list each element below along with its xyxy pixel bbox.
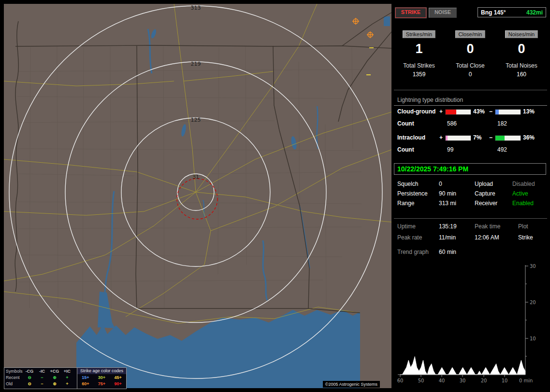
svg-text:50: 50 [418,378,424,383]
chart-axes [398,265,528,377]
col-neg-ic: -IC [36,369,48,374]
ring-label-31: 31 [192,174,199,180]
bearing-label: Bng 145° [481,9,506,16]
old-pos-ic-icon: + [61,381,73,386]
ic-plus-bar-fill [446,136,448,140]
ic-plus-pct: 7% [473,134,481,141]
col-neg-cg: -CG [23,369,36,374]
intracloud-label: Intracloud [397,134,425,141]
col-pos-cg: +CG [48,369,61,374]
map-area[interactable]: 313 219 125 31 Symbols [4,4,391,388]
age-30: 30+ [98,375,105,380]
old-neg-ic-icon: − [36,381,48,386]
svg-text:10: 10 [502,378,508,383]
peak-rate-value: 11/min [439,234,456,241]
total-strikes-label: Total Strikes [394,62,444,69]
symbols-title: Symbols [6,369,23,374]
section-divider [394,90,547,90]
noise-mode-button[interactable]: NOISE [429,8,457,18]
close-per-min-value: 0 [445,42,495,56]
recent-neg-ic-icon: − [36,375,48,380]
range-label: Range [397,200,414,207]
svg-text:60: 60 [397,378,404,383]
strikes-per-min-badge-col: Strikes/min [394,30,444,38]
ic-minus-bar-fill [495,136,505,140]
uptime-value: 135:19 [439,223,457,230]
bearing-readout: Bng 145° 432mi [478,7,546,17]
strikes-per-min-badge[interactable]: Strikes/min [403,30,435,38]
peak-time-label: Peak time [475,223,500,230]
squelch-value: 0 [439,181,442,187]
ic-plus-sign: + [439,134,443,141]
svg-text:30: 30 [460,378,466,383]
old-label: Old [6,381,23,386]
strikes-per-min-value: 1 [394,42,444,56]
plot-value: Strike [518,234,533,241]
recent-neg-cg-icon: ⊖ [23,375,36,380]
total-strikes-value: 1359 [394,71,444,78]
capture-label: Capture [475,190,495,197]
trend-area-series [400,357,525,375]
old-neg-cg-icon: ⊖ [23,381,36,386]
ic-minus-count: 492 [497,146,507,153]
map-legend: Symbols -CG -IC +CG +IC Recent ⊖ − ⊕ + O… [4,367,127,389]
close-per-min-badge[interactable]: Close/min [455,30,486,38]
cg-plus-bar-fill [446,110,456,114]
svg-text:20: 20 [481,378,487,383]
ring-label-219: 219 [191,61,201,67]
svg-text:40: 40 [439,378,445,383]
squelch-label: Squelch [397,181,418,187]
noises-per-min-value: 0 [496,42,547,56]
range-value: 313 mi [439,200,456,207]
cg-plus-bar [445,109,471,115]
upload-label: Upload [475,181,493,187]
age-60: 60+ [82,381,89,386]
cg-minus-count: 182 [497,120,507,127]
cg-plus-pct: 43% [473,108,485,115]
cg-minus-bar [495,109,521,115]
ic-minus-sign: − [489,134,492,141]
recent-pos-ic-icon: + [61,375,73,380]
symbols-legend: Symbols -CG -IC +CG +IC Recent ⊖ − ⊕ + O… [4,368,77,389]
recent-symbols-row: Recent ⊖ − ⊕ + [4,374,77,380]
age-legend-title: Strike age color codes [77,368,126,374]
trend-graph-value: 60 min [439,249,456,255]
age-color-legend: Strike age color codes 15+ 30+ 45+ 60+ 7… [77,368,126,389]
peak-rate-label: Peak rate [397,234,422,241]
receiver-status: Enabled [512,200,534,207]
uptime-label: Uptime [397,223,416,230]
ic-plus-count: 99 [447,146,453,153]
chart-x-tick-labels: 60 50 40 30 20 10 0 min [397,378,533,383]
section-divider [394,218,547,219]
strike-mode-button[interactable]: STRIKE [395,8,426,18]
lake [384,16,390,26]
recent-label: Recent [6,375,23,380]
trend-chart: 30 20 10 60 50 40 30 20 10 0 min [394,259,547,388]
svg-text:30: 30 [530,264,536,269]
datetime-display: 10/22/2025 7:49:16 PM [394,163,546,175]
ring-label-313: 313 [191,5,201,11]
noises-per-min-badge-col: Noises/min [496,30,547,38]
cloud-ground-label: Cloud-ground [397,108,435,115]
ic-plus-bar [445,135,471,141]
upload-status: Disabled [512,181,535,187]
total-noises-value: 160 [496,71,547,78]
svg-text:20: 20 [530,300,536,305]
ic-count-label: Count [397,146,414,153]
noises-per-min-badge[interactable]: Noises/min [505,30,538,38]
age-75: 75+ [98,381,105,386]
ic-minus-pct: 36% [523,134,535,141]
peak-time-value: 12:06 AM [475,234,499,241]
cg-count-label: Count [397,120,414,127]
close-per-min-badge-col: Close/min [445,30,495,38]
total-close-value: 0 [445,71,495,78]
recent-ages-row: 15+ 30+ 45+ [77,374,126,380]
total-close-label: Total Close [445,62,495,69]
recent-pos-cg-icon: ⊕ [48,375,61,380]
trend-graph-label: Trend graph [397,249,429,255]
cg-plus-count: 586 [447,120,457,127]
age-15: 15+ [82,375,89,380]
map-canvas[interactable]: 313 219 125 31 [4,4,391,388]
capture-status: Active [512,190,528,197]
bearing-distance: 432mi [526,9,543,16]
